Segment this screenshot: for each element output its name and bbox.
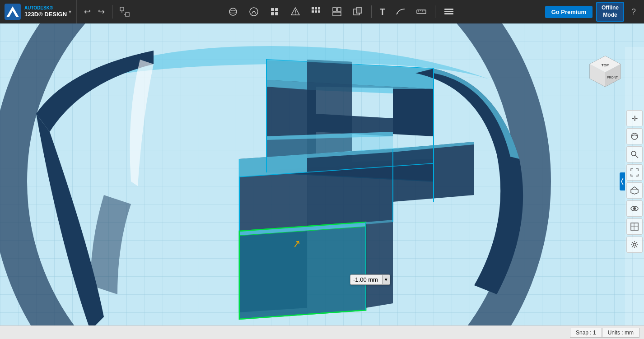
toolbar-divider — [112, 5, 112, 19]
help-button[interactable]: ? — [628, 5, 639, 19]
zoom-tool-button[interactable] — [626, 146, 643, 163]
toolbar-right: Go Premium Offline Mode ? — [545, 2, 644, 21]
logo-area: AUTODESK® 123D® DESIGN ▾ — [0, 0, 77, 23]
scene-svg — [0, 23, 644, 339]
settings-tool-button[interactable] — [626, 237, 643, 253]
right-panel: ✛ — [625, 47, 644, 339]
value-input-field[interactable] — [350, 275, 382, 284]
undo-button[interactable]: ↩ — [81, 5, 93, 19]
group-tool-button[interactable] — [328, 5, 346, 19]
view-cube[interactable]: TOP FRONT — [589, 55, 621, 88]
fit-tool-button[interactable] — [626, 164, 643, 181]
boolean-tool-button[interactable] — [349, 5, 367, 19]
grid-tool-button[interactable] — [626, 218, 643, 235]
snap-status[interactable]: Snap : 1 — [570, 328, 602, 338]
offline-mode-line1: Offline — [602, 5, 619, 12]
svg-marker-50 — [307, 149, 393, 229]
go-premium-button[interactable]: Go Premium — [545, 6, 593, 18]
svg-marker-41 — [393, 87, 434, 136]
svg-point-80 — [633, 243, 636, 246]
perspective-tool-button[interactable] — [626, 182, 643, 199]
svg-point-70 — [631, 133, 638, 139]
logo-dropdown-icon[interactable]: ▾ — [69, 9, 71, 15]
orbit-tool-button[interactable] — [626, 128, 643, 144]
toolbar-actions: ↩ ↪ — [77, 5, 137, 19]
svg-rect-24 — [333, 12, 341, 16]
primitives-tool-button[interactable] — [224, 5, 242, 19]
svg-rect-26 — [356, 8, 362, 13]
tool-separator-1 — [371, 5, 372, 18]
svg-line-72 — [635, 155, 638, 158]
autodesk-logo-icon — [5, 4, 21, 20]
svg-marker-57 — [366, 220, 393, 308]
modify-tool-button[interactable] — [286, 5, 304, 19]
svg-rect-2 — [120, 7, 124, 11]
svg-marker-52 — [239, 222, 366, 319]
tool-separator-2 — [435, 5, 435, 18]
svg-rect-34 — [444, 11, 453, 12]
svg-rect-20 — [315, 10, 317, 13]
svg-rect-23 — [337, 8, 341, 11]
svg-rect-10 — [275, 8, 278, 11]
svg-point-8 — [250, 8, 258, 16]
right-panel-collapse-handle[interactable] — [620, 172, 625, 190]
svg-rect-9 — [271, 8, 274, 11]
transform-tool-button[interactable] — [117, 5, 132, 19]
product-label: 123D® DESIGN — [24, 11, 67, 19]
svg-rect-22 — [333, 8, 336, 11]
svg-rect-0 — [5, 4, 21, 20]
svg-rect-28 — [417, 10, 426, 14]
svg-rect-18 — [318, 7, 320, 9]
value-dropdown-button[interactable]: ▾ — [382, 275, 390, 284]
svg-point-76 — [633, 207, 636, 210]
pattern-tool-button[interactable] — [307, 5, 325, 19]
construct-tool-button[interactable] — [266, 5, 284, 19]
svg-rect-77 — [631, 223, 638, 230]
measure-tool-button[interactable] — [392, 5, 410, 19]
svg-marker-73 — [631, 187, 638, 194]
status-bar: Snap : 1 Units : mm — [0, 325, 644, 339]
ruler-tool-button[interactable] — [412, 5, 430, 19]
toolbar: AUTODESK® 123D® DESIGN ▾ ↩ ↪ — [0, 0, 644, 23]
svg-point-15 — [295, 14, 296, 14]
visibility-tool-button[interactable] — [626, 200, 643, 217]
text-tool-button[interactable]: T — [376, 5, 389, 19]
viewport[interactable]: ↗ ▾ TOP FRONT ✛ — [0, 23, 644, 339]
svg-rect-19 — [312, 10, 314, 13]
offline-mode-button[interactable]: Offline Mode — [596, 2, 624, 21]
svg-rect-11 — [271, 12, 274, 15]
value-input-popup: ▾ — [350, 274, 390, 285]
sketch-tool-button[interactable] — [245, 5, 263, 19]
svg-point-7 — [229, 10, 237, 13]
units-status[interactable]: Units : mm — [602, 328, 639, 338]
offline-mode-line2: Mode — [602, 12, 619, 19]
svg-rect-35 — [444, 13, 453, 14]
svg-point-71 — [631, 151, 636, 156]
logo-text: AUTODESK® 123D® DESIGN — [24, 5, 67, 19]
svg-rect-21 — [318, 10, 320, 13]
svg-rect-16 — [312, 7, 314, 9]
svg-rect-17 — [315, 7, 317, 9]
svg-text:TOP: TOP — [602, 63, 609, 67]
svg-rect-12 — [275, 12, 278, 15]
toolbar-tools: T — [137, 5, 545, 19]
svg-point-6 — [229, 8, 237, 15]
brand-label: AUTODESK® — [24, 5, 67, 11]
svg-text:FRONT: FRONT — [607, 76, 618, 79]
pan-tool-button[interactable]: ✛ — [626, 110, 643, 126]
redo-button[interactable]: ↪ — [95, 5, 107, 19]
svg-rect-33 — [444, 9, 453, 10]
layers-tool-button[interactable] — [440, 5, 458, 19]
svg-rect-3 — [126, 13, 129, 16]
